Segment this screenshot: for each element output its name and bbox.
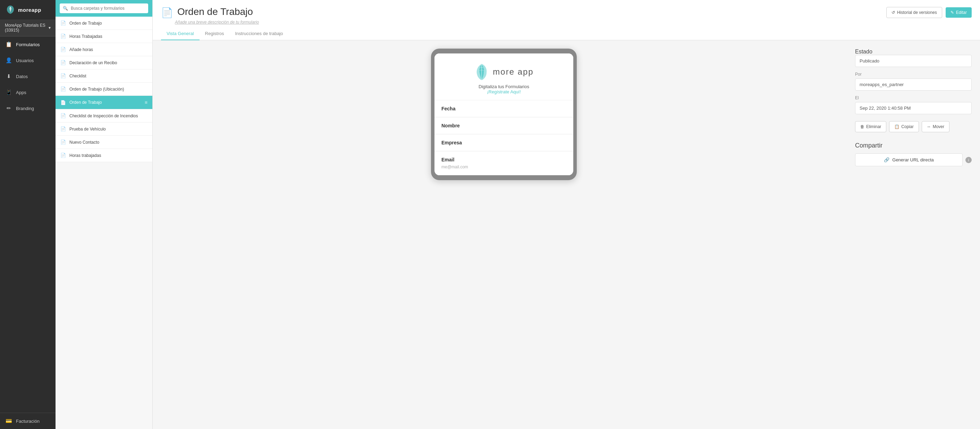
sidebar-item-datos[interactable]: ⬇ Datos — [0, 69, 56, 85]
title-left: 📄 Orden de Trabajo — [161, 6, 253, 18]
list-item[interactable]: 📄 Horas trabajadas — [56, 149, 152, 162]
apps-icon: 📱 — [6, 89, 12, 96]
list-item[interactable]: 📄 Prueba de Vehículo — [56, 123, 152, 136]
list-item[interactable]: 📄 Checklist de Inspección de Incendios — [56, 109, 152, 123]
form-file-icon: 📄 — [60, 140, 66, 145]
list-item-label: Añade horas — [69, 47, 93, 52]
form-file-icon: 📄 — [60, 33, 66, 39]
por-value — [855, 78, 972, 91]
tab-vista-general-label: Vista General — [167, 31, 194, 36]
generate-url-label: Generar URL directa — [892, 157, 934, 163]
info-icon[interactable]: i — [966, 157, 972, 163]
form-field-fecha: Fecha — [434, 100, 573, 117]
list-item[interactable]: 📄 Checklist — [56, 69, 152, 83]
sidebar-item-datos-label: Datos — [16, 74, 28, 79]
list-item[interactable]: 📄 Horas Trabajadas — [56, 30, 152, 43]
sidebar-item-apps[interactable]: 📱 Apps — [0, 85, 56, 100]
history-button[interactable]: ↺ Historial de versiones — [886, 7, 942, 18]
list-item-label: Orden de Trabajo (Ubicación) — [69, 87, 124, 92]
move-button[interactable]: ↔ Mover — [922, 121, 950, 132]
search-input[interactable] — [60, 3, 148, 13]
share-section: Compartir 🔗 Generar URL directa i — [855, 142, 972, 166]
phone-logo-leaf-icon — [474, 63, 489, 81]
edit-button-label: Editar — [956, 10, 967, 15]
branding-icon: ✏ — [6, 105, 12, 112]
status-value — [855, 55, 972, 67]
form-field-fecha-label: Fecha — [441, 106, 566, 112]
el-section: El — [855, 96, 972, 119]
form-file-icon: 📄 — [60, 47, 66, 52]
workspace-selector[interactable]: MoreApp Tutorials ES (33915) ▾ — [0, 19, 56, 37]
list-item-label: Declaración de un Recibo — [69, 61, 117, 65]
search-icon: 🔍 — [63, 6, 68, 11]
por-label: Por — [855, 72, 972, 77]
generate-url-button[interactable]: 🔗 Generar URL directa — [855, 153, 963, 166]
sidebar-item-branding[interactable]: ✏ Branding — [0, 100, 56, 116]
delete-button[interactable]: 🗑 Eliminar — [855, 121, 886, 132]
list-item-label: Checklist — [69, 73, 86, 78]
sidebar-item-formularios-label: Formularios — [16, 42, 40, 47]
edit-button[interactable]: ✎ Editar — [946, 7, 972, 18]
form-file-icon-active: 📄 — [60, 100, 66, 105]
form-list-panel: 🔍 📄 Orden de Trabajo 📄 Horas Trabajadas … — [56, 0, 153, 429]
form-file-icon: 📄 — [60, 126, 66, 132]
tab-registros[interactable]: Registros — [200, 27, 230, 40]
list-item-active[interactable]: 📄 Orden de Trabajo ≡ — [56, 96, 152, 109]
list-item-label: Nuevo Contacto — [69, 140, 99, 145]
workspace-dropdown-icon: ▾ — [49, 26, 51, 30]
action-buttons: 🗑 Eliminar 📋 Copiar ↔ Mover — [855, 121, 972, 132]
page-title-icon: 📄 — [161, 7, 173, 18]
tab-registros-label: Registros — [205, 31, 224, 36]
sidebar-item-facturacion-label: Facturación — [16, 419, 40, 424]
sidebar-item-usuarios-label: Usuarios — [16, 58, 33, 63]
list-item[interactable]: 📄 Nuevo Contacto — [56, 136, 152, 149]
phone-header-bar: more app Digitaliza tus Formularios ¡Reg… — [434, 53, 573, 100]
list-item[interactable]: 📄 Orden de Trabajo (Ubicación) — [56, 83, 152, 96]
tab-instrucciones[interactable]: Instrucciones de trabajo — [229, 27, 288, 40]
status-section: Estado — [855, 49, 972, 72]
list-item-label: Horas trabajadas — [69, 153, 101, 158]
phone-inner: more app Digitaliza tus Formularios ¡Reg… — [434, 53, 573, 175]
facturacion-icon: 💳 — [6, 418, 12, 424]
list-item[interactable]: 📄 Declaración de un Recibo — [56, 56, 152, 69]
list-item[interactable]: 📄 Orden de Trabajo — [56, 17, 152, 30]
content-area: more app Digitaliza tus Formularios ¡Reg… — [153, 40, 980, 429]
list-item[interactable]: 📄 Añade horas — [56, 43, 152, 56]
sidebar-item-branding-label: Branding — [16, 106, 34, 111]
form-file-icon: 📄 — [60, 60, 66, 65]
list-item-label: Prueba de Vehículo — [69, 127, 106, 132]
form-field-email: Email me@mail.com — [434, 152, 573, 175]
phone-logo-row: more app — [441, 63, 566, 81]
sidebar-nav: moreapp MoreApp Tutorials ES (33915) ▾ 📋… — [0, 0, 56, 429]
form-field-empresa: Empresa — [434, 134, 573, 152]
main-header: 📄 Orden de Trabajo ↺ Historial de versio… — [153, 0, 980, 40]
phone-outer: more app Digitaliza tus Formularios ¡Reg… — [431, 49, 577, 180]
sidebar-item-usuarios[interactable]: 👤 Usuarios — [0, 53, 56, 69]
history-icon: ↺ — [891, 10, 895, 15]
sidebar-item-formularios[interactable]: 📋 Formularios — [0, 37, 56, 53]
page-subtitle: Añade una breve descripción de tu formul… — [175, 20, 972, 25]
logo-icon — [6, 5, 15, 14]
form-file-icon: 📄 — [60, 113, 66, 118]
list-item-label: Checklist de Inspección de Incendios — [69, 113, 138, 118]
list-item-label: Orden de Trabajo — [69, 21, 102, 26]
sidebar-item-facturacion[interactable]: 💳 Facturación — [0, 413, 56, 429]
tabs-row: Vista General Registros Instrucciones de… — [161, 27, 972, 40]
tab-instrucciones-label: Instrucciones de trabajo — [235, 31, 283, 36]
form-file-icon: 📄 — [60, 86, 66, 92]
form-field-nombre: Nombre — [434, 117, 573, 134]
datos-icon: ⬇ — [6, 73, 12, 80]
list-item-label: Orden de Trabajo — [69, 100, 102, 105]
edit-icon: ✎ — [950, 10, 954, 15]
move-icon: ↔ — [927, 124, 931, 129]
status-label: Estado — [855, 49, 872, 54]
logo: moreapp — [0, 0, 56, 19]
copy-button[interactable]: 📋 Copiar — [889, 121, 919, 132]
form-file-icon: 📄 — [60, 73, 66, 78]
move-button-label: Mover — [933, 124, 944, 129]
tab-vista-general[interactable]: Vista General — [161, 27, 200, 40]
form-menu-icon[interactable]: ≡ — [145, 100, 148, 105]
form-file-icon: 📄 — [60, 21, 66, 26]
trash-icon: 🗑 — [860, 124, 864, 129]
header-actions: ↺ Historial de versiones ✎ Editar — [886, 6, 972, 18]
